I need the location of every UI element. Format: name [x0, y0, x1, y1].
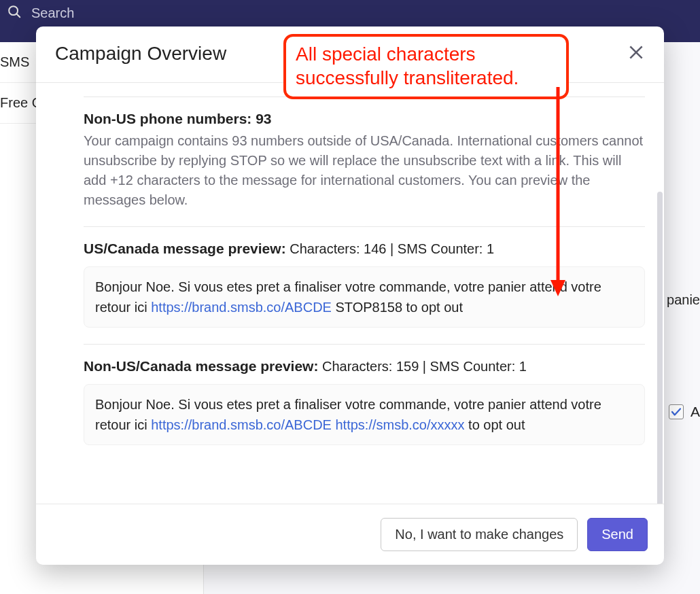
annotation-callout: All special characters successfully tran… [283, 34, 569, 99]
nonus-preview-label: Non-US/Canada message preview: [84, 358, 318, 374]
nonus-preview-text-2: to opt out [465, 417, 525, 432]
divider [84, 344, 645, 345]
nonus-preview-section: Non-US/Canada message preview: Character… [84, 358, 645, 445]
us-preview-meta: Characters: 146 | SMS Counter: 1 [286, 241, 494, 256]
nonus-preview-link-1[interactable]: https://brand.smsb.co/ABCDE [151, 417, 332, 432]
close-button[interactable] [627, 43, 645, 64]
modal-title: Campaign Overview [55, 43, 226, 65]
cancel-button[interactable]: No, I want to make changes [381, 518, 578, 551]
us-preview-label: US/Canada message preview: [84, 241, 286, 256]
us-preview-text-2: STOP8158 to opt out [332, 300, 463, 315]
modal-footer: No, I want to make changes Send [36, 504, 664, 565]
nonus-preview-box: Bonjour Noe. Si vous etes pret a finalis… [84, 384, 645, 445]
nonus-preview-link-2[interactable]: https://smsb.co/xxxxx [335, 417, 464, 432]
scrollbar[interactable] [657, 90, 663, 494]
annotation-arrow [550, 87, 571, 300]
svg-marker-5 [550, 280, 565, 296]
non-us-phone-heading: Non-US phone numbers: 93 [84, 111, 272, 126]
us-preview-link[interactable]: https://brand.smsb.co/ABCDE [151, 300, 332, 315]
annotation-text: All special characters successfully tran… [296, 42, 557, 90]
send-button[interactable]: Send [587, 518, 648, 551]
nonus-preview-meta: Characters: 159 | SMS Counter: 1 [318, 359, 526, 374]
scrollbar-thumb[interactable] [657, 192, 663, 504]
